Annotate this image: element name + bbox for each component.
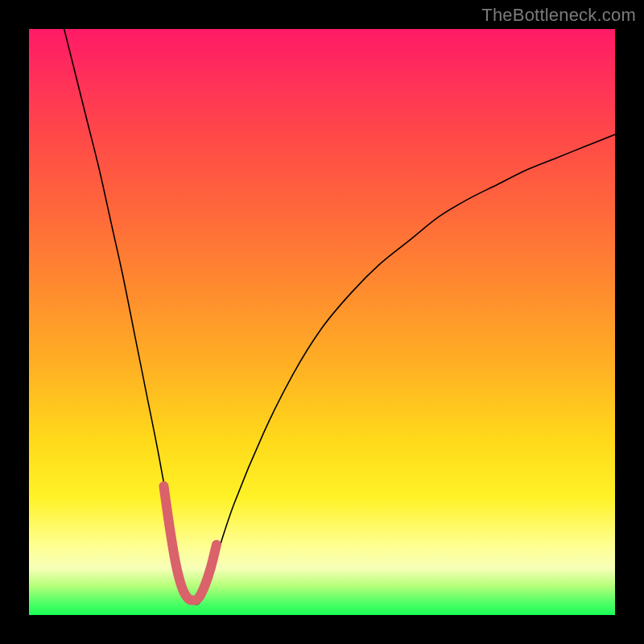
curve-layer	[29, 29, 615, 615]
highlight-segment	[163, 486, 217, 601]
main-curve	[64, 29, 615, 605]
plot-area	[29, 29, 615, 615]
chart-frame: TheBottleneck.com	[0, 0, 644, 644]
watermark-text: TheBottleneck.com	[481, 5, 636, 26]
